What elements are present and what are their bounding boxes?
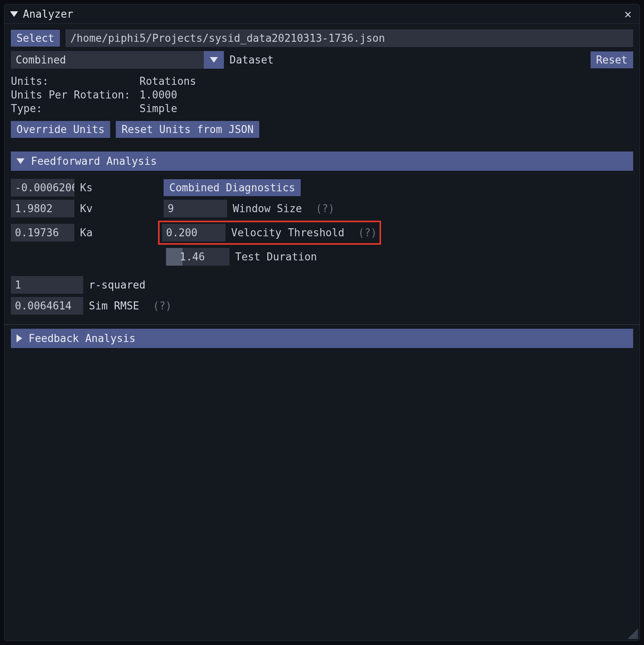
type-label: Type:: [11, 102, 139, 115]
upr-value: 1.0000: [139, 89, 633, 101]
reset-units-json-button[interactable]: Reset Units from JSON: [116, 121, 259, 138]
ks-label: Ks: [80, 182, 104, 194]
dataset-dropdown[interactable]: Combined: [11, 51, 224, 69]
kv-value[interactable]: 1.9802: [11, 200, 74, 217]
ks-row: -0.00062068 Ks Combined Diagnostics: [11, 179, 633, 197]
test-duration-slider[interactable]: 1.46: [166, 248, 230, 266]
units-buttons-row: Override Units Reset Units from JSON: [11, 121, 633, 138]
window-title: Analyzer: [23, 8, 73, 20]
sim-rmse-help-icon[interactable]: (?): [153, 300, 172, 312]
file-row: Select /home/piphi5/Projects/sysid_data2…: [11, 29, 633, 47]
feedforward-header[interactable]: Feedforward Analysis: [11, 152, 633, 171]
combined-diagnostics-button[interactable]: Combined Diagnostics: [164, 179, 301, 196]
info-grid: Units: Rotations Units Per Rotation: 1.0…: [11, 75, 633, 115]
kv-label: Kv: [80, 203, 104, 215]
dataset-label: Dataset: [230, 54, 274, 66]
feedforward-title: Feedforward Analysis: [31, 155, 157, 167]
velocity-threshold-highlight: 0.200 Velocity Threshold (?): [158, 221, 381, 245]
sim-rmse-label: Sim RMSE: [89, 300, 139, 312]
ka-value[interactable]: 0.19736: [11, 224, 74, 242]
select-file-button[interactable]: Select: [11, 30, 60, 47]
chevron-down-icon: [204, 51, 224, 69]
analyzer-window: Analyzer ✕ Select /home/piphi5/Projects/…: [4, 4, 640, 641]
test-duration-row: 1.46 Test Duration: [11, 248, 633, 266]
collapse-icon: [10, 11, 18, 17]
window-size-label: Window Size: [233, 203, 302, 215]
resize-grip-icon[interactable]: [627, 628, 638, 639]
kv-row: 1.9802 Kv 9 Window Size (?): [11, 200, 633, 217]
feedforward-body: -0.00062068 Ks Combined Diagnostics 1.98…: [11, 179, 633, 315]
window-size-value[interactable]: 9: [164, 200, 227, 217]
feedback-header[interactable]: Feedback Analysis: [11, 329, 633, 348]
r-squared-label: r-squared: [89, 279, 146, 291]
velocity-threshold-help-icon[interactable]: (?): [358, 227, 377, 239]
close-icon[interactable]: ✕: [622, 7, 634, 21]
sim-rmse-value[interactable]: 0.0064614: [11, 297, 83, 315]
sim-rmse-row: 0.0064614 Sim RMSE (?): [11, 297, 633, 315]
ka-label: Ka: [80, 227, 104, 239]
type-value: Simple: [139, 102, 633, 115]
dataset-value: Combined: [11, 51, 204, 69]
units-value: Rotations: [139, 75, 633, 87]
chevron-right-icon: [16, 334, 22, 342]
velocity-threshold-value[interactable]: 0.200: [162, 224, 226, 242]
titlebar[interactable]: Analyzer ✕: [4, 4, 640, 24]
units-label: Units:: [11, 75, 139, 87]
ka-row: 0.19736 Ka 0.200 Velocity Threshold (?): [11, 221, 633, 245]
window-body: Select /home/piphi5/Projects/sysid_data2…: [4, 24, 640, 354]
dataset-row: Combined Dataset Reset: [11, 51, 633, 69]
upr-label: Units Per Rotation:: [11, 89, 139, 101]
override-units-button[interactable]: Override Units: [11, 121, 110, 138]
test-duration-label: Test Duration: [235, 251, 317, 263]
ks-value[interactable]: -0.00062068: [11, 179, 74, 197]
section-divider: [4, 324, 640, 325]
r-squared-value[interactable]: 1: [11, 276, 83, 294]
r-squared-row: 1 r-squared: [11, 276, 633, 294]
velocity-threshold-label: Velocity Threshold: [231, 227, 345, 239]
test-duration-value: 1.46: [180, 251, 205, 263]
file-path-field[interactable]: /home/piphi5/Projects/sysid_data20210313…: [66, 29, 633, 47]
window-size-help-icon[interactable]: (?): [316, 203, 334, 215]
reset-button[interactable]: Reset: [591, 51, 633, 68]
chevron-down-icon: [16, 158, 25, 164]
feedback-title: Feedback Analysis: [29, 332, 135, 344]
